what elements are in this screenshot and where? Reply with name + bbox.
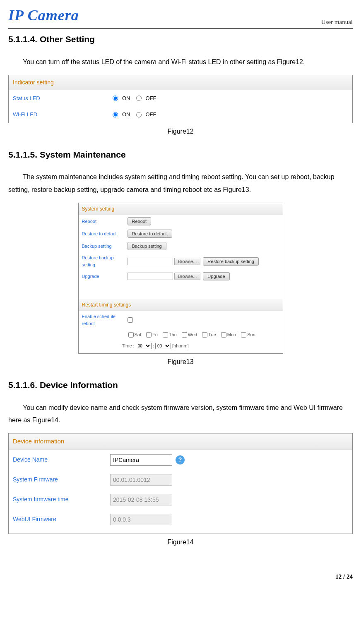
fig14-title: Device information xyxy=(9,433,352,450)
restorebk-button[interactable]: Restore backup setting xyxy=(203,257,259,266)
label-webui: WebUI Firmware xyxy=(13,515,110,524)
sys-time-field xyxy=(110,494,172,505)
day-thu[interactable] xyxy=(163,332,168,338)
heading-system-maintenance: 5.1.1.5. System Maintenance xyxy=(8,148,353,161)
label-backup: Backup setting xyxy=(82,243,128,250)
radio-wifi-on[interactable] xyxy=(113,112,118,117)
restorebk-file-input[interactable] xyxy=(128,258,173,265)
label-wifi-led: Wi-Fi LED xyxy=(13,110,110,119)
browse-button-1[interactable]: Browse... xyxy=(174,258,201,265)
label-restorebk: Restore backup setting xyxy=(82,254,128,268)
figure13-panel: System setting Reboot Reboot Restore to … xyxy=(78,203,283,354)
fig13-title2: Restart timing settings xyxy=(79,299,283,311)
day-sun[interactable] xyxy=(241,332,246,338)
day-mon[interactable] xyxy=(221,332,226,338)
browse-button-2[interactable]: Browse... xyxy=(174,273,201,280)
help-icon[interactable]: ? xyxy=(176,455,185,464)
label-device-name: Device Name xyxy=(13,455,110,464)
fig13-title1: System setting xyxy=(79,203,283,215)
time-mm[interactable]: 00 xyxy=(155,343,171,349)
figure12-panel: Indicator setting Status LED ON OFF Wi-F… xyxy=(8,75,353,123)
enable-reboot-checkbox[interactable] xyxy=(128,317,133,323)
day-sat[interactable] xyxy=(128,332,134,338)
hhmm-hint: [hh:mm] xyxy=(172,343,189,348)
time-row: Time : 00 : 00 [hh:mm] xyxy=(79,341,283,354)
radio-status-off[interactable] xyxy=(136,96,142,101)
label-reboot: Reboot xyxy=(82,218,128,225)
label-status-led: Status LED xyxy=(13,94,110,103)
label-restore: Restore to default xyxy=(82,230,128,237)
row-wifi-led: Wi-Fi LED ON OFF xyxy=(9,106,352,123)
page-header: IP Camera User manual xyxy=(8,4,353,29)
reboot-button[interactable]: Reboot xyxy=(128,217,151,225)
time-hh[interactable]: 00 xyxy=(136,343,152,349)
day-wed[interactable] xyxy=(182,332,187,338)
day-tue[interactable] xyxy=(202,332,207,338)
body-other-setting: You can turn off the status LED of the c… xyxy=(8,56,353,68)
sys-fw-field xyxy=(110,474,172,486)
restore-button[interactable]: Restore to default xyxy=(128,230,173,238)
label-sys-time: System firmware time xyxy=(13,495,110,504)
days-row: Sat Fri Thu Wed Tue Mon Sun xyxy=(79,329,283,341)
time-label: Time : xyxy=(122,343,135,348)
heading-device-info: 5.1.1.6. Device Information xyxy=(8,378,353,392)
label-on: ON xyxy=(122,94,130,103)
radio-wifi-off[interactable] xyxy=(136,112,142,117)
header-label: User manual xyxy=(321,17,353,27)
label-sys-fw: System Firmware xyxy=(13,475,110,484)
figure14-panel: Device information Device Name ? System … xyxy=(8,433,353,534)
webui-field xyxy=(110,514,172,525)
backup-button[interactable]: Backup setting xyxy=(128,242,166,250)
caption-fig14: Figure14 xyxy=(8,537,353,547)
upgrade-button[interactable]: Upgrade xyxy=(203,272,229,280)
radio-status-on[interactable] xyxy=(113,96,118,101)
logo: IP Camera xyxy=(8,4,79,26)
upgrade-file-input[interactable] xyxy=(128,273,173,280)
label-on2: ON xyxy=(122,110,130,119)
fig12-title: Indicator setting xyxy=(9,75,352,90)
caption-fig12: Figure12 xyxy=(8,127,353,136)
label-upgrade: Upgrade xyxy=(82,273,128,280)
row-status-led: Status LED ON OFF xyxy=(9,90,352,107)
heading-other-setting: 5.1.1.4. Other Setting xyxy=(8,33,353,46)
label-off2: OFF xyxy=(146,110,156,119)
page-number: 12 / 24 xyxy=(8,572,353,582)
body-system-maintenance: The system maintenance includes system s… xyxy=(8,171,353,196)
label-enable-reboot: Enable schedule reboot xyxy=(82,313,128,327)
label-off: OFF xyxy=(146,94,156,103)
day-fri[interactable] xyxy=(146,332,152,338)
caption-fig13: Figure13 xyxy=(8,357,353,367)
device-name-input[interactable] xyxy=(110,454,172,466)
body-device-info: You can modify device name and check sys… xyxy=(8,402,353,427)
